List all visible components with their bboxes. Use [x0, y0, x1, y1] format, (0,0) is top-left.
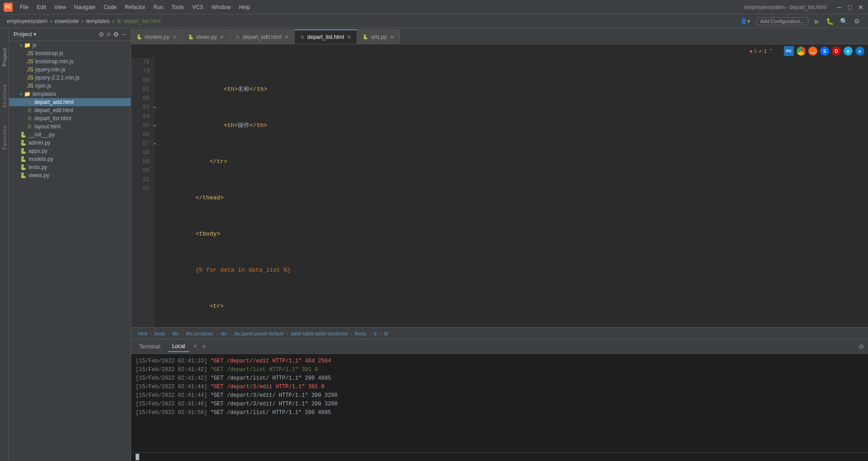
tab-urls-py[interactable]: 🐍 urls.py ✕ [357, 29, 400, 44]
line-numbers: 78 79 80 81 82 83 84 85 86 87 88 89 90 9… [131, 58, 154, 327]
safari-browser-icon[interactable]: S [820, 47, 829, 56]
menu-window[interactable]: Window [208, 2, 235, 12]
code-editor[interactable]: 78 79 80 81 82 83 84 85 86 87 88 89 90 9… [131, 58, 868, 327]
menu-vcs[interactable]: VCS [189, 2, 207, 12]
breadcrumb-file[interactable]: 🗎 depart_list.html [117, 18, 160, 24]
tab-views-py-close[interactable]: ✕ [220, 34, 224, 40]
code-line-84: <tr> [167, 302, 863, 311]
add-config-button[interactable]: Add Configuration... [756, 17, 808, 25]
breadcrumb-templates[interactable]: templates [86, 18, 109, 24]
collapse-icon[interactable]: ≡ [107, 31, 110, 38]
tab-models-py-close[interactable]: ✕ [172, 34, 177, 40]
tree-jquery-min-js[interactable]: JS jquery.min.js [9, 66, 131, 74]
sync-icon[interactable]: ⊙ [99, 31, 104, 38]
maximize-button[interactable]: □ [846, 4, 854, 11]
firefox-browser-icon[interactable]: 🦊 [808, 47, 817, 56]
tree-admin-py[interactable]: 🐍 admin.py [9, 139, 131, 147]
expand-icon[interactable]: ⌃ [769, 48, 773, 54]
structure-panel-label[interactable]: Structure [0, 82, 9, 110]
tab-depart-edit-close[interactable]: ✕ [284, 34, 289, 40]
tree-layout-html[interactable]: 🗎 layout.html [9, 122, 131, 131]
code-content[interactable]: <th>名称</th> <th>操作</th> </tr> [162, 58, 868, 327]
tree-depart-add-html[interactable]: 🗎 depart_add.html [9, 98, 131, 106]
settings-gear-icon[interactable]: ⚙ [854, 18, 860, 25]
breadcrumb: employeesystem › eswebsite › templates ›… [0, 14, 868, 28]
opera-browser-icon[interactable]: O [832, 47, 841, 56]
hide-icon[interactable]: ─ [122, 31, 126, 38]
editor-area: ● 1 ✓ 1 ⌃ PC 🦊 S O e e 78 [131, 44, 868, 339]
terminal-content[interactable]: [15/Feb/2022 02:41:33] "GET /depart//edi… [131, 354, 868, 452]
terminal-tab-local-close[interactable]: ✕ [193, 343, 197, 349]
chrome-browser-icon[interactable] [797, 47, 806, 56]
window-controls: ─ □ ✕ [835, 4, 864, 11]
project-panel-label[interactable]: Project [0, 46, 9, 68]
tree-bootstrap-min-js[interactable]: JS bootstrap.min.js [9, 57, 131, 66]
menu-code[interactable]: Code [100, 2, 120, 12]
terminal-settings-icon[interactable]: ⚙ [859, 343, 864, 350]
menu-help[interactable]: Help [236, 2, 254, 12]
terminal-tab-local[interactable]: Local [168, 341, 190, 352]
terminal-line-2: [15/Feb/2022 02:41:42] "GET /depart/list… [136, 366, 863, 374]
tree-bootstrap-js[interactable]: JS bootstrap.js [9, 49, 131, 57]
code-line-78: <th>名称</th> [167, 85, 863, 94]
menu-navigate[interactable]: Navigate [71, 2, 99, 12]
menu-tools[interactable]: Tools [168, 2, 188, 12]
tab-views-py[interactable]: 🐍 views.py ✕ [183, 29, 230, 44]
ie-browser-icon[interactable]: e [844, 47, 853, 56]
tree-init-py[interactable]: 🐍 __init__.py [9, 131, 131, 139]
menu-file[interactable]: File [16, 2, 32, 12]
tree-models-py[interactable]: 🐍 models.py [9, 155, 131, 163]
title-bar: PC File Edit View Navigate Code Refactor… [0, 0, 868, 14]
menu-refactor[interactable]: Refactor [121, 2, 149, 12]
terminal-line-7: [15/Feb/2022 02:41:56] "GET /depart/list… [136, 409, 863, 417]
tab-models-py[interactable]: 🐍 models.py ✕ [131, 29, 183, 44]
terminal-cursor [136, 454, 139, 460]
tab-urls-py-close[interactable]: ✕ [390, 34, 394, 40]
search-button[interactable]: 🔍 [840, 18, 848, 25]
tree-js-folder[interactable]: ▾ 📁 js [9, 41, 131, 49]
pycharm-browser-icon[interactable]: PC [784, 46, 794, 56]
edge-browser-icon[interactable]: e [855, 47, 864, 56]
sidebar-controls: ⊙ ≡ ⚙ ─ [99, 31, 126, 38]
code-line-82: <tbody> [167, 230, 863, 239]
tree-depart-edit-html[interactable]: 🗎 depart_edit.html [9, 106, 131, 114]
tree-depart-list-html[interactable]: 🗎 depart_list.html [9, 114, 131, 122]
close-button[interactable]: ✕ [857, 4, 864, 11]
code-line-80: </tr> [167, 157, 863, 166]
breadcrumb-sep1: › [50, 18, 52, 24]
terminal-line-1: [15/Feb/2022 02:41:33] "GET /depart//edi… [136, 357, 863, 365]
breadcrumb-project[interactable]: employeesystem [7, 18, 47, 24]
breadcrumb-eswebsite[interactable]: eswebsite [55, 18, 79, 24]
content-wrapper: Project Structure Favorites Project ▾ ⊙ … [0, 28, 868, 461]
tree-views-py[interactable]: 🐍 views.py [9, 171, 131, 179]
tab-views-py-icon: 🐍 [188, 34, 193, 39]
code-line-83: {% for data in data_list %} [167, 266, 863, 275]
favorites-panel-label[interactable]: Favorites [0, 123, 9, 151]
user-icon[interactable]: 👤▾ [741, 18, 750, 24]
tab-depart-edit-html[interactable]: 🗎 depart_edit.html ✕ [230, 29, 295, 44]
menu-view[interactable]: View [51, 2, 70, 12]
tree-tests-py[interactable]: 🐍 tests.py [9, 163, 131, 171]
tree-apps-py[interactable]: 🐍 apps.py [9, 147, 131, 155]
tree-npm-js[interactable]: JS npm.js [9, 82, 131, 90]
tab-depart-list-close[interactable]: ✕ [347, 34, 351, 40]
run-button[interactable]: ▶ [815, 18, 820, 25]
settings-icon[interactable]: ⚙ [113, 31, 119, 38]
menu-edit[interactable]: Edit [33, 2, 50, 12]
error-badge: ● 1 [750, 48, 757, 54]
terminal-input-line [131, 452, 868, 461]
tree-jquery-221-js[interactable]: JS jquery-2.2.1.min.js [9, 74, 131, 82]
menu-run[interactable]: Run [150, 2, 167, 12]
debug-button[interactable]: 🐛 [826, 18, 834, 25]
gutter: ◆ ◆ ◆ [154, 58, 162, 327]
breadcrumb-sep2: › [81, 18, 83, 24]
tree-templates-folder[interactable]: ▾ 📁 templates [9, 90, 131, 98]
minimize-button[interactable]: ─ [835, 4, 843, 11]
project-label: Project ▾ [14, 31, 36, 38]
terminal-tab-add[interactable]: + [199, 343, 208, 351]
sidebar: Project ▾ ⊙ ≡ ⚙ ─ ▾ 📁 js JS bootstrap.js… [9, 28, 131, 461]
tab-bar: 🐍 models.py ✕ 🐍 views.py ✕ 🗎 depart_edit… [131, 28, 868, 44]
terminal-area: Terminal: Local ✕ + ⚙ [15/Feb/2022 02:41… [131, 339, 868, 461]
terminal-line-4: [15/Feb/2022 02:41:44] "GET /depart/3/ed… [136, 383, 863, 391]
tab-depart-list-html[interactable]: 🗎 depart_list.html ✕ [295, 29, 357, 44]
